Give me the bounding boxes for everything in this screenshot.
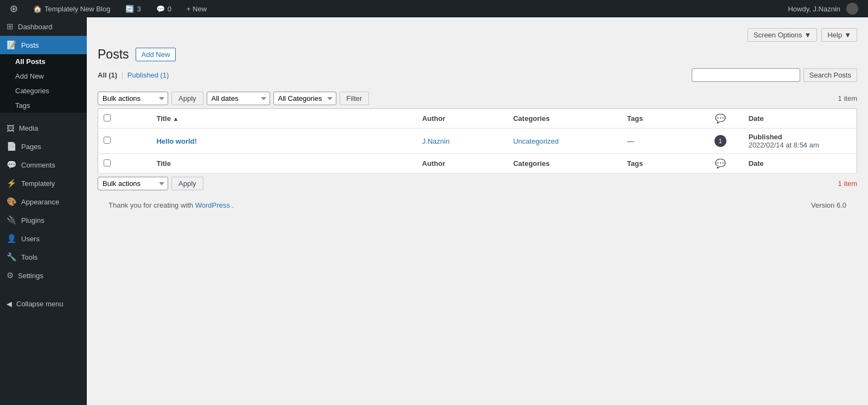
select-all-header [98, 109, 151, 128]
comments-nav-icon: 💬 [7, 160, 17, 170]
sidebar-item-all-posts[interactable]: All Posts [0, 54, 87, 69]
author-header: Author [417, 109, 508, 128]
search-row: Search Posts [692, 68, 857, 82]
sidebar-item-posts[interactable]: 📝 Posts [0, 36, 87, 54]
avatar [846, 3, 858, 15]
post-author-link[interactable]: J.Naznin [422, 137, 450, 145]
adminbar-wp-logo[interactable]: ⊛ [5, 0, 22, 17]
filter-all-tab[interactable]: All (1) [98, 71, 119, 79]
sidebar-item-comments[interactable]: 💬 Comments [0, 156, 87, 174]
post-comments-cell: 1 [698, 128, 743, 154]
footer-left: Thank you for creating with WordPress . [108, 201, 234, 209]
templately-icon: ⚡ [7, 178, 17, 188]
screen-options-button[interactable]: Screen Options ▼ [748, 28, 817, 42]
users-icon: 👤 [7, 234, 17, 243]
dashboard-icon: ⊞ [7, 22, 14, 31]
search-input[interactable] [692, 68, 800, 82]
comment-bubble-icon: 💬 [715, 114, 726, 123]
post-date-status: Published [749, 133, 782, 141]
help-chevron-icon: ▼ [844, 31, 851, 39]
sidebar: ⊞ Dashboard 📝 Posts All Posts Add New Ca… [0, 17, 87, 405]
pages-icon: 📄 [7, 142, 17, 151]
sidebar-posts-submenu: All Posts Add New Categories Tags [0, 54, 87, 113]
help-button[interactable]: Help ▼ [821, 28, 857, 42]
sidebar-item-users[interactable]: 👤 Users [0, 229, 87, 248]
sidebar-item-settings[interactable]: ⚙ Settings [0, 266, 87, 285]
post-tags-cell: — [622, 128, 698, 154]
bottom-items-count: 1 item [838, 179, 857, 188]
all-dates-select[interactable]: All dates February 2022 [207, 92, 270, 105]
top-bar: Screen Options ▼ Help ▼ [98, 28, 857, 42]
author-footer: Author [417, 154, 508, 173]
appearance-icon: 🎨 [7, 197, 17, 207]
admin-bar: ⊛ 🏠 Templately New Blog 🔄 3 💬 0 + New Ho… [0, 0, 868, 17]
top-apply-button[interactable]: Apply [171, 92, 203, 105]
post-category-link[interactable]: Uncategorized [513, 137, 559, 145]
search-posts-button[interactable]: Search Posts [803, 68, 857, 82]
all-categories-select[interactable]: All Categories Uncategorized [273, 92, 336, 105]
bottom-apply-button[interactable]: Apply [171, 177, 203, 190]
comment-bubble-footer-icon: 💬 [715, 159, 726, 168]
sidebar-item-tags[interactable]: Tags [0, 98, 87, 113]
sidebar-item-pages[interactable]: 📄 Pages [0, 137, 87, 156]
sidebar-item-add-new[interactable]: Add New [0, 69, 87, 83]
table-header-row: Title ▲ Author Categories Tags 💬 [98, 109, 857, 128]
top-items-count: 1 item [838, 94, 857, 102]
adminbar-updates[interactable]: 🔄 3 [121, 0, 145, 17]
sidebar-item-dashboard[interactable]: ⊞ Dashboard [0, 17, 87, 36]
plugins-icon: 🔌 [7, 215, 17, 225]
table-footer-row: Title Author Categories Tags 💬 [98, 154, 857, 173]
top-table-controls: Bulk actions Edit Move to Trash Apply Al… [98, 92, 857, 105]
top-bulk-actions-select[interactable]: Bulk actions Edit Move to Trash [98, 92, 168, 105]
settings-icon: ⚙ [7, 271, 14, 280]
home-icon: 🏠 [33, 5, 42, 13]
comments-header: 💬 [698, 109, 743, 128]
comments-footer: 💬 [698, 154, 743, 173]
sidebar-item-media[interactable]: 🖼 Media [0, 119, 87, 137]
comment-count-badge[interactable]: 1 [714, 135, 726, 147]
filter-tabs: All (1) | Published (1) [98, 71, 169, 79]
wp-logo-icon: ⊛ [10, 3, 18, 15]
post-tags-value: — [627, 137, 634, 145]
tags-footer: Tags [622, 154, 698, 173]
updates-icon: 🔄 [125, 5, 134, 13]
post-title-link[interactable]: Hello world! [156, 137, 196, 145]
collapse-menu-button[interactable]: ◀ Collapse menu [0, 295, 87, 312]
title-header[interactable]: Title ▲ [151, 109, 417, 128]
sidebar-item-appearance[interactable]: 🎨 Appearance [0, 192, 87, 211]
sidebar-item-tools[interactable]: 🔧 Tools [0, 248, 87, 266]
select-all-footer-checkbox[interactable] [104, 159, 111, 166]
tags-header: Tags [622, 109, 698, 128]
media-icon: 🖼 [7, 124, 15, 133]
bottom-bulk-actions-select[interactable]: Bulk actions Edit Move to Trash [98, 177, 168, 190]
select-all-footer [98, 154, 151, 173]
post-categories-cell: Uncategorized [508, 128, 622, 154]
posts-table: Title ▲ Author Categories Tags 💬 [98, 108, 857, 173]
sidebar-item-categories[interactable]: Categories [0, 83, 87, 98]
adminbar-new[interactable]: + New [182, 0, 211, 17]
title-footer: Title [151, 154, 417, 173]
title-sort-icon: ▲ [173, 115, 179, 122]
row-checkbox[interactable] [104, 137, 111, 144]
table-row: Hello world! J.Naznin Uncategorized — 1 [98, 128, 857, 154]
collapse-icon: ◀ [7, 300, 12, 308]
adminbar-comments[interactable]: 💬 0 [152, 0, 176, 17]
date-footer: Date [743, 154, 857, 173]
post-title-cell: Hello world! [151, 128, 417, 154]
adminbar-site-name[interactable]: 🏠 Templately New Blog [29, 0, 114, 17]
post-author-cell: J.Naznin [417, 128, 508, 154]
main-content: Screen Options ▼ Help ▼ Posts Add New Al… [87, 17, 868, 405]
sidebar-item-templately[interactable]: ⚡ Templately [0, 174, 87, 192]
select-all-checkbox[interactable] [104, 114, 111, 121]
wordpress-link[interactable]: WordPress [195, 201, 232, 209]
adminbar-howdy[interactable]: Howdy, J.Naznin [783, 0, 863, 17]
categories-footer: Categories [508, 154, 622, 173]
filter-published-tab[interactable]: Published (1) [127, 71, 169, 79]
footer-version: Version 6.0 [811, 201, 846, 209]
add-new-button[interactable]: Add New [136, 48, 176, 61]
page-title-row: Posts Add New [98, 47, 857, 62]
row-checkbox-cell [98, 128, 151, 154]
page-title: Posts [98, 47, 129, 62]
filter-button[interactable]: Filter [340, 92, 369, 105]
sidebar-item-plugins[interactable]: 🔌 Plugins [0, 211, 87, 229]
